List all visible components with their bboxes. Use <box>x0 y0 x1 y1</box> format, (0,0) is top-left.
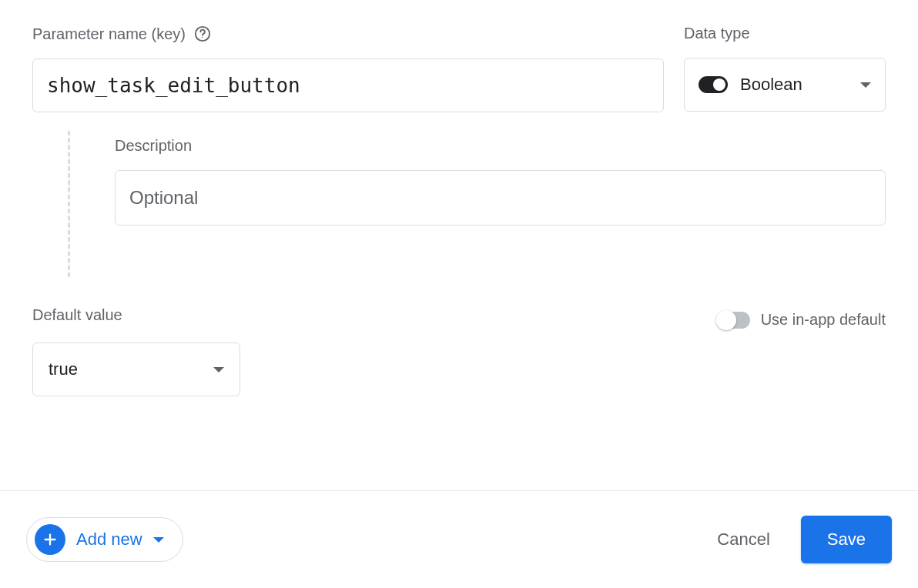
description-label: Description <box>115 137 886 155</box>
chevron-down-icon <box>153 537 164 543</box>
default-value-dropdown[interactable]: true <box>32 342 240 396</box>
add-new-label: Add new <box>76 530 142 550</box>
boolean-icon <box>699 76 728 93</box>
cancel-button[interactable]: Cancel <box>717 530 769 550</box>
footer-bar: Add new Cancel Save <box>0 490 918 588</box>
default-value-label: Default value <box>32 306 240 324</box>
in-app-default-toggle[interactable] <box>718 312 750 329</box>
svg-point-1 <box>202 37 203 38</box>
description-input[interactable] <box>115 170 886 226</box>
parameter-name-label-text: Parameter name (key) <box>32 25 186 43</box>
plus-icon <box>35 524 65 555</box>
tree-connector <box>68 131 70 277</box>
data-type-label: Data type <box>684 25 886 42</box>
data-type-dropdown[interactable]: Boolean <box>684 58 886 112</box>
chevron-down-icon <box>860 82 871 88</box>
save-button[interactable]: Save <box>801 516 892 563</box>
parameter-name-input[interactable] <box>32 58 664 112</box>
help-icon[interactable] <box>193 25 212 43</box>
parameter-name-label: Parameter name (key) <box>32 25 664 43</box>
in-app-default-label: Use in-app default <box>761 311 886 329</box>
chevron-down-icon <box>213 367 224 373</box>
default-value-text: true <box>49 359 78 379</box>
add-new-button[interactable]: Add new <box>26 517 183 562</box>
data-type-value: Boolean <box>740 75 848 95</box>
